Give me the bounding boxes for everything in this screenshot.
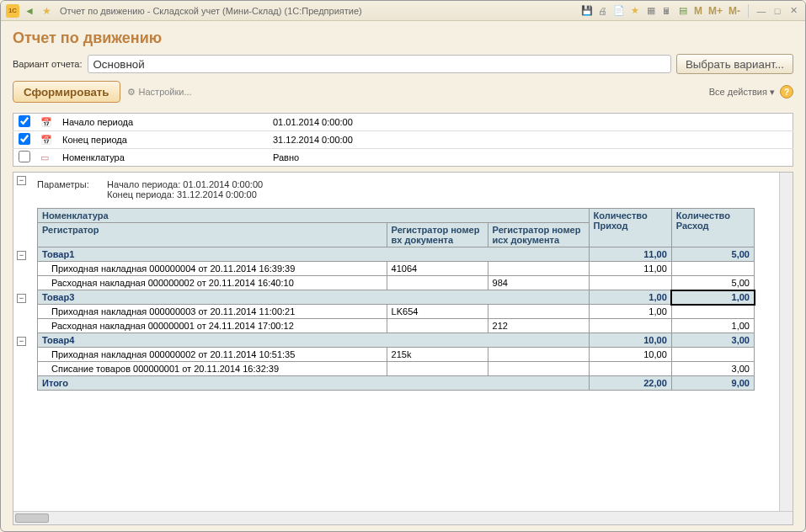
params-spacer bbox=[37, 189, 104, 200]
scrollbar-horizontal[interactable] bbox=[13, 511, 793, 524]
param-value: 01.01.2014 0:00:00 bbox=[183, 179, 263, 189]
all-actions-label: Все действия bbox=[709, 87, 767, 97]
params-label: Параметры: bbox=[37, 179, 104, 189]
settings-label: Настройки... bbox=[139, 87, 192, 97]
help-icon[interactable]: ? bbox=[780, 85, 793, 98]
filter-value[interactable]: Равно bbox=[268, 149, 793, 167]
filter-row: ▭ Номенклатура Равно bbox=[13, 149, 793, 167]
m-icon[interactable]: M bbox=[692, 5, 704, 17]
total-row[interactable]: Итого22,009,00 bbox=[38, 376, 755, 391]
back-icon[interactable]: ◄ bbox=[23, 4, 36, 18]
filter-label: Начало периода bbox=[57, 114, 268, 131]
detail-row[interactable]: Приходная накладная 000000002 от 20.11.2… bbox=[38, 348, 755, 362]
collapse-toggle[interactable]: − bbox=[17, 176, 26, 185]
filter-checkbox[interactable] bbox=[19, 151, 30, 162]
group-row[interactable]: Товар111,005,00 bbox=[38, 247, 755, 262]
cell-qty-out bbox=[671, 348, 754, 362]
cell-qty-out: 5,00 bbox=[671, 276, 754, 290]
param-text: Начало периода: bbox=[107, 179, 183, 189]
cell-name: Расходная накладная 000000002 от 20.11.2… bbox=[38, 276, 387, 290]
cell-qty-in: 10,00 bbox=[589, 348, 671, 362]
calendar-icon: 📅 bbox=[40, 135, 52, 145]
filter-value[interactable]: 31.12.2014 0:00:00 bbox=[268, 131, 793, 149]
scrollbar-vertical[interactable] bbox=[779, 173, 793, 511]
cell-reg-in: LK654 bbox=[387, 305, 488, 319]
all-actions-link[interactable]: Все действия ▾ bbox=[709, 87, 775, 98]
cell-name: Товар1 bbox=[38, 247, 590, 262]
star-icon[interactable]: ★ bbox=[40, 4, 53, 18]
book-icon: ▭ bbox=[40, 152, 49, 162]
grid-icon[interactable]: ▦ bbox=[644, 4, 658, 18]
cell-reg-out bbox=[488, 262, 589, 276]
cell-qty-in: 1,00 bbox=[589, 290, 671, 305]
cell-reg-in bbox=[387, 319, 488, 333]
cell-reg-out bbox=[488, 348, 589, 362]
filter-label: Номенклатура bbox=[57, 149, 268, 167]
cell-qty-in bbox=[589, 362, 671, 376]
form-report-button[interactable]: Сформировать bbox=[13, 81, 120, 103]
report-area: − Параметры: Начало периода: 01.01.2014 … bbox=[13, 172, 793, 525]
cell-reg-in bbox=[387, 276, 488, 290]
filter-row: 📅 Конец периода 31.12.2014 0:00:00 bbox=[13, 131, 793, 149]
col-regin: Регистратор номер вх документа bbox=[387, 223, 488, 247]
detail-row[interactable]: Приходная накладная 000000003 от 20.11.2… bbox=[38, 305, 755, 319]
choose-variant-button[interactable]: Выбрать вариант... bbox=[676, 54, 793, 74]
variant-input[interactable] bbox=[88, 55, 671, 73]
filter-checkbox[interactable] bbox=[19, 115, 30, 127]
save-icon[interactable]: 💾 bbox=[580, 4, 594, 18]
report-params: Параметры: Начало периода: 01.01.2014 0:… bbox=[17, 176, 789, 208]
detail-row[interactable]: Расходная накладная 000000002 от 20.11.2… bbox=[38, 276, 755, 290]
cell-qty-in bbox=[589, 276, 671, 290]
calendar-icon[interactable]: ▤ bbox=[676, 4, 690, 18]
maximize-icon[interactable]: □ bbox=[771, 4, 784, 18]
filter-label: Конец периода bbox=[57, 131, 268, 149]
minimize-icon[interactable]: — bbox=[755, 4, 768, 18]
variant-label: Вариант отчета: bbox=[13, 59, 83, 69]
m-plus-icon[interactable]: M+ bbox=[707, 5, 724, 17]
cell-qty-in: 1,00 bbox=[589, 305, 671, 319]
scroll-thumb[interactable] bbox=[15, 513, 49, 523]
col-qty-in: Количество Приход bbox=[589, 209, 671, 247]
cell-reg-out bbox=[488, 362, 589, 376]
filter-value[interactable]: 01.01.2014 0:00:00 bbox=[268, 114, 793, 131]
collapse-toggle[interactable]: − bbox=[17, 294, 26, 303]
cell-qty-out: 1,00 bbox=[671, 290, 754, 305]
col-qty-out: Количество Расход bbox=[671, 209, 754, 247]
group-row[interactable]: Товар31,001,00 bbox=[38, 290, 755, 305]
separator bbox=[748, 4, 749, 18]
filter-checkbox[interactable] bbox=[19, 133, 30, 145]
group-row[interactable]: Товар410,003,00 bbox=[38, 333, 755, 348]
cell-name: Списание товаров 000000001 от 20.11.2014… bbox=[38, 362, 387, 376]
cell-qty-out: 3,00 bbox=[671, 333, 754, 348]
doc-icon[interactable]: 📄 bbox=[612, 4, 626, 18]
cell-qty-in bbox=[589, 319, 671, 333]
detail-row[interactable]: Приходная накладная 000000004 от 20.11.2… bbox=[38, 262, 755, 276]
cell-qty-in: 11,00 bbox=[589, 247, 671, 262]
cell-reg-out bbox=[488, 305, 589, 319]
close-icon[interactable]: ✕ bbox=[787, 4, 800, 18]
cell-qty-in: 22,00 bbox=[589, 376, 671, 391]
calc-icon[interactable]: 🖩 bbox=[660, 4, 674, 18]
cell-name: Приходная накладная 000000003 от 20.11.2… bbox=[38, 305, 387, 319]
print-icon[interactable]: 🖨 bbox=[596, 4, 610, 18]
cell-name: Расходная накладная 000000001 от 24.11.2… bbox=[38, 319, 387, 333]
col-reg: Регистратор bbox=[38, 223, 387, 247]
window-title: Отчет по движению - Складской учет (Мини… bbox=[60, 6, 577, 16]
fav-icon[interactable]: ★ bbox=[628, 4, 642, 18]
m-minus-icon[interactable]: M- bbox=[727, 5, 742, 17]
cell-reg-in: 41064 bbox=[387, 262, 488, 276]
cell-reg-in bbox=[387, 362, 488, 376]
settings-icon: ⚙ bbox=[127, 87, 136, 98]
report-grid: Номенклатура Количество Приход Количеств… bbox=[37, 208, 755, 391]
detail-row[interactable]: Списание товаров 000000001 от 20.11.2014… bbox=[38, 362, 755, 376]
cell-name: Приходная накладная 000000004 от 20.11.2… bbox=[38, 262, 387, 276]
page-title: Отчет по движению bbox=[13, 29, 793, 47]
settings-link[interactable]: ⚙ Настройки... bbox=[127, 87, 192, 98]
titlebar: 1C ◄ ★ Отчет по движению - Складской уче… bbox=[1, 1, 805, 21]
collapse-toggle[interactable]: − bbox=[17, 337, 26, 346]
detail-row[interactable]: Расходная накладная 000000001 от 24.11.2… bbox=[38, 319, 755, 333]
cell-reg-out: 984 bbox=[488, 276, 589, 290]
collapse-toggle[interactable]: − bbox=[17, 251, 26, 260]
cell-reg-in: 215k bbox=[387, 348, 488, 362]
cell-qty-in: 10,00 bbox=[589, 333, 671, 348]
